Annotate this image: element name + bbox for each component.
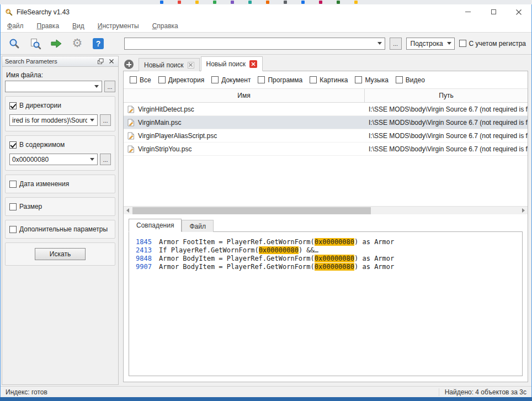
menu-edit[interactable]: Правка (37, 22, 60, 30)
extra-params-checkbox-row[interactable]: Дополнительные параметры (9, 225, 111, 233)
in-content-checkbox[interactable] (9, 141, 17, 149)
match-mode-dropdown-button[interactable] (444, 38, 454, 49)
close-button[interactable] (506, 4, 531, 19)
menu-help[interactable]: Справка (152, 22, 178, 30)
table-row[interactable]: VirginPlayerAliasScript.psc I:\SSE MODS\… (124, 129, 528, 143)
settings-button[interactable]: ⚙ (69, 35, 86, 52)
filter-all[interactable]: Все (130, 76, 151, 84)
table-header: Имя Путь (124, 89, 528, 103)
directory-browse-button[interactable]: ... (100, 114, 111, 126)
content-browse-button[interactable]: ... (100, 154, 111, 165)
date-modified-checkbox-row[interactable]: Дата изменения (9, 180, 111, 188)
content-combobox[interactable]: 0x00000080 (9, 154, 98, 165)
size-checkbox-row[interactable]: Размер (9, 203, 111, 210)
chevron-down-icon (90, 158, 94, 161)
filter-picture-checkbox[interactable] (310, 76, 317, 83)
filter-document[interactable]: Документ (211, 76, 251, 84)
panel-title: Search Parameters (5, 58, 93, 65)
filter-all-checkbox[interactable] (130, 76, 137, 83)
column-header-name[interactable]: Имя (124, 89, 365, 102)
panel-close-button[interactable] (108, 57, 115, 65)
filename-combobox[interactable] (5, 81, 102, 92)
matches-list: 1845Armor FootItem = PlayerRef.GetWornFo… (129, 231, 523, 376)
minimize-button[interactable] (455, 4, 481, 19)
file-path: I:\SSE MODS\body\Virgin Source 6.7 (not … (365, 119, 528, 126)
in-directory-checkbox-row[interactable]: В директории (9, 102, 111, 109)
tab-matches[interactable]: Совпадения (129, 219, 182, 232)
filter-program-checkbox[interactable] (258, 76, 265, 83)
menu-view[interactable]: Вид (72, 22, 84, 30)
table-row-selected[interactable]: VirginMain.psc I:\SSE MODS\body\Virgin S… (124, 116, 528, 129)
content-value: 0x00000080 (10, 156, 87, 163)
results-table: Имя Путь VirginHitDetect.psc (124, 88, 528, 206)
menubar: Файл Правка Вид Инструменты Справка (1, 19, 531, 32)
match-line-number: 2413 (136, 246, 159, 255)
start-search-button[interactable] (48, 35, 65, 52)
directory-dropdown-button[interactable] (87, 115, 97, 125)
chevron-down-icon (90, 119, 94, 122)
menu-file[interactable]: Файл (7, 22, 24, 30)
scroll-right-button[interactable] (519, 207, 528, 215)
tab-close-button[interactable] (249, 60, 257, 68)
table-row[interactable]: VirginHitDetect.psc I:\SSE MODS\body\Vir… (124, 103, 528, 116)
tab-close-button[interactable] (188, 62, 194, 68)
filter-label: Видео (406, 76, 425, 84)
background-favicon (266, 1, 269, 4)
tab-new-search-2-active[interactable]: Новый поиск (201, 56, 263, 71)
filter-picture[interactable]: Картинка (310, 76, 348, 84)
background-window-strip (0, 0, 532, 4)
filename-browse-button[interactable]: ... (104, 81, 115, 92)
horizontal-scrollbar[interactable] (124, 206, 528, 214)
panel-header: Search Parameters (2, 56, 118, 67)
filename-dropdown-button[interactable] (92, 81, 102, 92)
date-modified-checkbox[interactable] (9, 181, 17, 188)
content-dropdown-button[interactable] (87, 154, 97, 165)
tab-label: Новый поиск (206, 60, 246, 68)
filter-directory-checkbox[interactable] (158, 76, 166, 83)
filter-music-checkbox[interactable] (355, 76, 362, 83)
filename-input[interactable] (6, 82, 92, 91)
file-icon (127, 132, 135, 140)
match-line[interactable]: 9907Armor BodyItem = PlayerRef.GetWornFo… (136, 263, 515, 271)
search-query-combobox[interactable] (124, 38, 385, 50)
search-query-input[interactable] (125, 39, 375, 49)
help-button[interactable]: ? (90, 35, 107, 52)
size-checkbox[interactable] (9, 203, 17, 210)
case-sensitive-checkbox-row[interactable]: С учетом регистра (459, 40, 526, 48)
tab-new-search-1[interactable]: Новый поиск (139, 58, 200, 71)
directory-combobox[interactable]: ired is for modders)\Source (9, 114, 98, 126)
scroll-left-icon (126, 208, 129, 213)
new-search-button[interactable] (6, 35, 23, 52)
filter-document-checkbox[interactable] (211, 76, 219, 83)
tab-file[interactable]: Файл (182, 220, 214, 232)
in-directory-checkbox[interactable] (9, 102, 17, 109)
background-favicon (213, 1, 216, 4)
scrollbar-thumb[interactable] (132, 207, 371, 214)
match-mode-dropdown[interactable]: Подстрока (406, 38, 455, 50)
add-tab-button[interactable] (124, 60, 134, 69)
results-panel: Все Директория Документ Программа Картин… (123, 71, 528, 382)
match-line[interactable]: 2413If PlayerRef.GetWornForm(0x00000080)… (136, 246, 515, 255)
chevron-down-icon (447, 42, 451, 45)
extra-params-checkbox[interactable] (9, 226, 17, 233)
filter-directory[interactable]: Директория (158, 76, 204, 84)
search-query-browse-button[interactable]: ... (390, 38, 402, 50)
match-line[interactable]: 9848Armor BodyItem = PlayerRef.GetWornFo… (136, 255, 515, 263)
scroll-left-button[interactable] (124, 207, 132, 215)
maximize-button[interactable] (481, 4, 506, 19)
match-line[interactable]: 1845Armor FootItem = PlayerRef.GetWornFo… (136, 238, 515, 246)
menu-tools[interactable]: Инструменты (98, 22, 139, 30)
filter-video-checkbox[interactable] (396, 76, 403, 83)
panel-float-button[interactable] (97, 57, 104, 65)
filter-music[interactable]: Музыка (355, 76, 388, 84)
filter-program[interactable]: Программа (258, 76, 302, 84)
column-header-path[interactable]: Путь (365, 89, 528, 102)
search-query-dropdown-button[interactable] (375, 38, 385, 49)
filter-video[interactable]: Видео (396, 76, 425, 84)
in-content-checkbox-row[interactable]: В содержимом (9, 141, 111, 149)
case-sensitive-checkbox[interactable] (459, 40, 466, 47)
search-in-files-button[interactable] (27, 35, 44, 52)
table-row[interactable]: VirginStripYou.psc I:\SSE MODS\body\Virg… (124, 143, 528, 156)
search-button-group: Искать (5, 242, 115, 266)
search-button[interactable]: Искать (35, 248, 86, 260)
